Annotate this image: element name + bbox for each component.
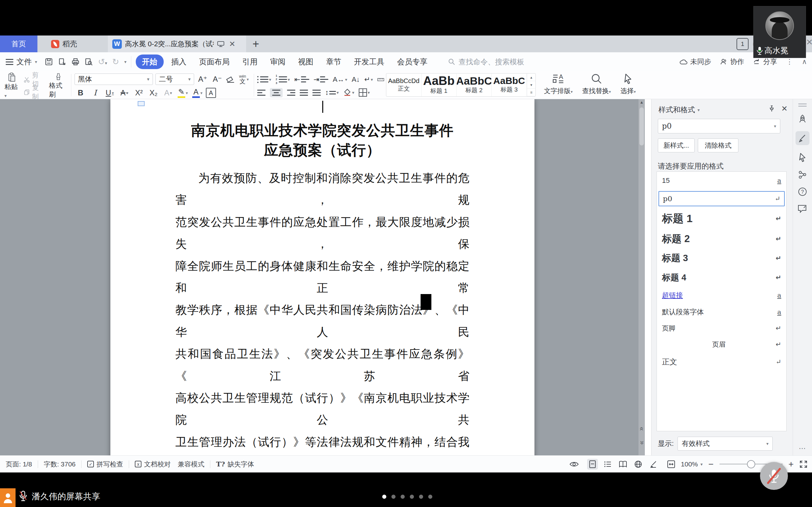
style-item-heading3[interactable]: 标题 3↵ bbox=[657, 248, 786, 268]
paste-button[interactable]: 粘贴▾ bbox=[4, 72, 19, 99]
font-size-select[interactable]: 二号▾ bbox=[155, 73, 194, 85]
feedback-icon[interactable] bbox=[798, 204, 808, 214]
superscript-button[interactable]: X² bbox=[133, 87, 145, 99]
find-replace-button[interactable]: 查找替换▾ bbox=[582, 73, 611, 99]
ribbon-tab-section[interactable]: 章节 bbox=[320, 55, 348, 69]
share-button[interactable]: 分享 bbox=[753, 57, 777, 66]
participant-video-thumbnail[interactable]: 高水冕 bbox=[754, 6, 806, 58]
save-icon[interactable] bbox=[45, 58, 53, 66]
numbered-list-button[interactable]: 123▾ bbox=[275, 74, 290, 85]
style-heading2[interactable]: AaBbC 标题 2 bbox=[457, 73, 492, 96]
show-filter-select[interactable]: 有效样式 ▾ bbox=[677, 437, 773, 451]
ribbon-tab-references[interactable]: 引用 bbox=[236, 55, 264, 69]
text-layout-button[interactable]: A 文字排版▾ bbox=[544, 73, 573, 99]
align-right-icon[interactable] bbox=[287, 90, 295, 96]
style-item-heading1[interactable]: 标题 1↵ bbox=[657, 208, 786, 229]
ribbon-tab-home[interactable]: 开始 bbox=[136, 55, 164, 69]
help-icon[interactable]: ? bbox=[798, 187, 807, 196]
increase-indent-icon[interactable]: ⇥ bbox=[314, 75, 328, 83]
justify-icon[interactable] bbox=[300, 90, 308, 96]
fit-page-icon[interactable] bbox=[667, 460, 675, 468]
export-icon[interactable] bbox=[58, 58, 66, 66]
select-button[interactable]: 选择▾ bbox=[620, 73, 636, 99]
redo-icon[interactable]: ↻ bbox=[112, 57, 119, 67]
fullscreen-icon[interactable] bbox=[799, 460, 808, 468]
page-indicator[interactable]: 页面: 1/8 bbox=[6, 460, 32, 469]
close-tab-icon[interactable]: ✕ bbox=[229, 40, 235, 49]
bullet-list-button[interactable]: ▾ bbox=[257, 76, 271, 83]
window-manager-button[interactable]: 1 bbox=[737, 38, 749, 50]
italic-button[interactable]: I bbox=[89, 87, 101, 99]
collaborate-button[interactable]: 协作 bbox=[720, 57, 744, 66]
document-page[interactable]: 南京机电职业技术学院突发公共卫生事件 应急预案（试行） 为有效预防、及时控制和消… bbox=[110, 99, 535, 456]
text-effects-button[interactable]: A▾ bbox=[162, 87, 174, 99]
format-painter-button[interactable]: 格式刷 bbox=[49, 72, 68, 99]
distribute-icon[interactable] bbox=[312, 90, 321, 96]
microphone-muted-button[interactable] bbox=[760, 462, 788, 490]
clear-format-eraser-icon[interactable] bbox=[226, 75, 235, 83]
ribbon-tab-membership[interactable]: 会员专享 bbox=[391, 55, 434, 69]
ribbon-tab-devtools[interactable]: 开发工具 bbox=[348, 55, 391, 69]
page-view-icon[interactable] bbox=[587, 459, 598, 469]
font-name-select[interactable]: 黑体▾ bbox=[74, 73, 153, 85]
gallery-up-icon[interactable]: ▴ bbox=[527, 73, 536, 81]
zoom-level[interactable]: 100%▾ bbox=[681, 460, 703, 468]
decrease-indent-icon[interactable]: ⇤ bbox=[294, 75, 309, 83]
select-tool-cursor-icon[interactable] bbox=[798, 153, 807, 162]
style-heading1[interactable]: AaBb 标题 1 bbox=[421, 73, 457, 96]
current-style-select[interactable]: p0 ▾ bbox=[658, 119, 780, 133]
page-dots[interactable] bbox=[382, 495, 432, 499]
previous-page-button[interactable]: « bbox=[638, 422, 645, 436]
outline-view-icon[interactable] bbox=[602, 459, 613, 469]
read-mode-icon[interactable] bbox=[618, 459, 628, 469]
style-item-p0-selected[interactable]: p0↵ bbox=[658, 191, 785, 206]
tab-home[interactable]: 首页 bbox=[0, 36, 38, 52]
style-item-hyperlink[interactable]: 超链接a bbox=[657, 287, 786, 303]
tab-ruler-icon[interactable] bbox=[377, 77, 384, 82]
word-count[interactable]: 字数: 3706 bbox=[44, 460, 75, 469]
eye-protection-icon[interactable] bbox=[569, 461, 579, 468]
sort-button[interactable]: A↓ bbox=[352, 75, 360, 83]
clear-format-button[interactable]: 清除格式 bbox=[698, 138, 739, 153]
share-nodes-icon[interactable] bbox=[798, 170, 807, 179]
command-search[interactable]: 查找命令、搜索模板 bbox=[448, 57, 524, 67]
text-direction-button[interactable]: A↔▾ bbox=[333, 75, 347, 83]
ribbon-tab-review[interactable]: 审阅 bbox=[264, 55, 292, 69]
rail-more-icon[interactable]: ⋯ bbox=[793, 444, 812, 452]
gallery-more-icon[interactable]: ≡ bbox=[527, 89, 536, 96]
style-item-heading2[interactable]: 标题 2↵ bbox=[657, 229, 786, 248]
pinyin-guide-button[interactable]: wén文 ▾ bbox=[238, 73, 250, 85]
align-center-icon[interactable] bbox=[270, 88, 283, 97]
scrollbar-thumb[interactable] bbox=[640, 107, 644, 146]
print-icon[interactable] bbox=[71, 58, 80, 66]
panel-title-row[interactable]: 样式和格式 ▾ bbox=[658, 105, 700, 115]
next-page-button[interactable]: « bbox=[638, 436, 645, 450]
bold-button[interactable]: B bbox=[74, 87, 87, 99]
document-canvas[interactable]: 南京机电职业技术学院突发公共卫生事件 应急预案（试行） 为有效预防、及时控制和消… bbox=[0, 99, 645, 456]
zoom-in-icon[interactable]: + bbox=[789, 460, 794, 469]
zoom-slider-knob[interactable] bbox=[747, 460, 755, 468]
font-color-button[interactable]: A▾ bbox=[191, 87, 203, 99]
style-item-footer[interactable]: 页脚↵ bbox=[657, 320, 786, 336]
more-options-icon[interactable]: ⋮ bbox=[786, 58, 793, 66]
ink-pen-icon[interactable] bbox=[648, 459, 659, 469]
highlight-color-button[interactable]: ✎▾ bbox=[177, 87, 189, 99]
collapse-ribbon-icon[interactable]: ∧ bbox=[802, 58, 807, 66]
print-preview-icon[interactable] bbox=[85, 58, 93, 66]
style-item-default-font[interactable]: 默认段落字体a bbox=[657, 303, 786, 320]
character-border-button[interactable]: A bbox=[206, 88, 216, 98]
file-menu-button[interactable]: 文件 ▾ bbox=[0, 57, 43, 67]
style-item-heading4[interactable]: 标题 4↵ bbox=[657, 268, 786, 287]
style-heading3[interactable]: AaBbC 标题 3 bbox=[492, 73, 527, 96]
quick-tools-rocket-icon[interactable] bbox=[798, 114, 807, 124]
decrease-font-icon[interactable]: A⁻ bbox=[211, 73, 223, 85]
spell-check-toggle[interactable]: ✓拼写检查 bbox=[87, 460, 123, 469]
zoom-out-icon[interactable]: − bbox=[708, 460, 713, 469]
strikethrough-button[interactable]: A▾ bbox=[118, 87, 131, 99]
scroll-up-icon[interactable]: ▲ bbox=[639, 100, 645, 105]
missing-font-warning[interactable]: T?缺失字体 bbox=[216, 460, 254, 469]
paragraph-mark-button[interactable]: ↵▾ bbox=[364, 75, 373, 83]
copy-button[interactable]: 复制 bbox=[23, 86, 44, 99]
window-close-icon[interactable]: ✕ bbox=[806, 38, 812, 47]
style-item-body[interactable]: 正文↵ bbox=[657, 353, 786, 371]
